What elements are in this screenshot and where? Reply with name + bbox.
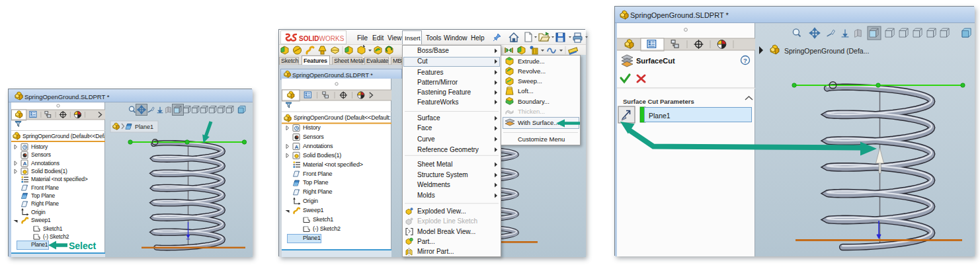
svg-text:A: A (295, 144, 299, 150)
svg-text:Plane1: Plane1 (135, 124, 153, 130)
svg-text:SpringOpenGround (Defa...: SpringOpenGround (Defa... (784, 47, 869, 55)
svg-text:?: ? (743, 57, 747, 64)
